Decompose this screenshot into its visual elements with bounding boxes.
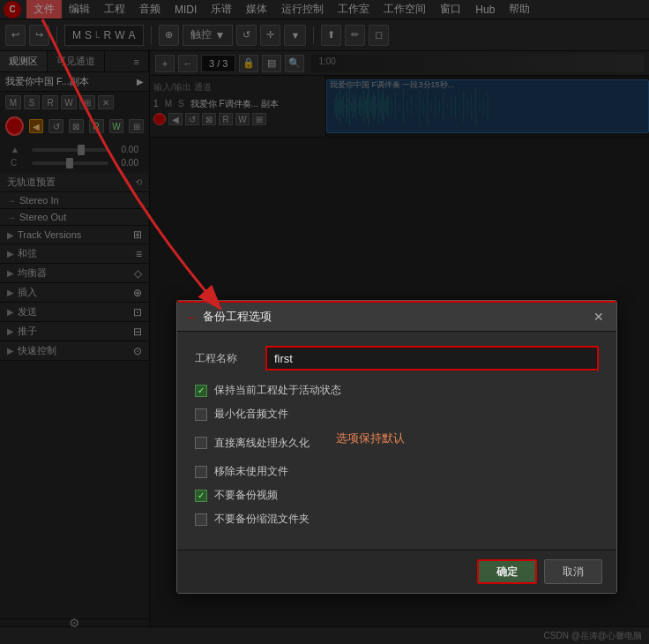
checkbox-5[interactable] [195,513,207,526]
checkbox-label-2: 直接离线处理永久化 [214,436,310,451]
checkbox-row-1: 最小化音频文件 [195,407,599,422]
cancel-button[interactable]: 取消 [544,559,602,584]
dialog-close-button[interactable]: ✕ [590,308,608,326]
checkbox-4[interactable]: ✓ [195,490,207,502]
checkbox-label-3: 移除未使用文件 [214,464,288,479]
checkbox-row-4: ✓ 不要备份视频 [195,488,599,503]
checkbox-1[interactable] [195,408,207,421]
dialog-overlay: ← 备份工程选项 ✕ 工程名称 ✓ 保持当前工程处于活动状态 最小化音频文件 [0,0,649,644]
dialog-title-text: 备份工程选项 [203,309,272,325]
checkmark-0: ✓ [198,386,205,395]
checkbox-row-0: ✓ 保持当前工程处于活动状态 [195,383,599,398]
project-name-row: 工程名称 [195,346,599,371]
dialog-title-icon: ← [186,311,198,324]
checkbox-label-4: 不要备份视频 [214,488,278,503]
project-name-label: 工程名称 [195,351,265,366]
dialog-body: 工程名称 ✓ 保持当前工程处于活动状态 最小化音频文件 直接离线处理永久化 选项… [177,332,616,550]
checkbox-row-2: 直接离线处理永久化 选项保持默认 [195,431,599,455]
ok-button[interactable]: 确定 [477,559,537,584]
checkbox-2[interactable] [195,437,207,449]
checkbox-label-5: 不要备份缩混文件夹 [214,512,310,527]
checkmark-4: ✓ [198,490,205,500]
backup-dialog: ← 备份工程选项 ✕ 工程名称 ✓ 保持当前工程处于活动状态 最小化音频文件 [176,300,617,594]
default-note: 选项保持默认 [336,431,405,446]
checkbox-3[interactable] [195,466,207,478]
checkbox-row-5: 不要备份缩混文件夹 [195,512,599,527]
dialog-title: ← 备份工程选项 [186,309,272,325]
checkbox-label-1: 最小化音频文件 [214,407,288,422]
checkbox-row-3: 移除未使用文件 [195,464,599,479]
checkbox-label-0: 保持当前工程处于活动状态 [214,383,341,398]
dialog-titlebar: ← 备份工程选项 ✕ [177,301,616,332]
dialog-footer: 确定 取消 [177,550,616,593]
project-name-input[interactable] [265,346,599,371]
checkbox-0[interactable]: ✓ [195,385,207,397]
